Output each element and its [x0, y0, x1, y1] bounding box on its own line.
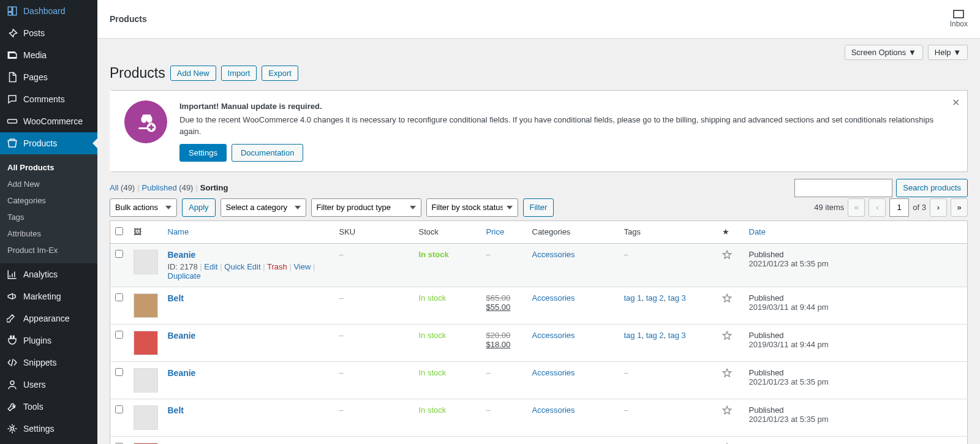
- featured-star-icon[interactable]: [722, 250, 732, 260]
- product-thumbnail[interactable]: [134, 405, 158, 430]
- duplicate-link[interactable]: Duplicate: [168, 271, 201, 280]
- row-checkbox[interactable]: [115, 331, 123, 339]
- table-row: Beanie–In stock–Accessories–Published202…: [110, 361, 968, 399]
- sidebar-item-products[interactable]: Products: [0, 132, 97, 154]
- import-button[interactable]: Import: [221, 66, 257, 81]
- apply-button[interactable]: Apply: [182, 198, 216, 217]
- sidebar-item-analytics[interactable]: Analytics: [0, 263, 97, 285]
- pages-icon: [6, 71, 18, 83]
- trash-link[interactable]: Trash: [267, 262, 287, 271]
- featured-star-icon[interactable]: [722, 331, 732, 341]
- col-price[interactable]: Price: [486, 227, 505, 236]
- row-checkbox[interactable]: [115, 368, 123, 376]
- tag-link[interactable]: tag 3: [668, 331, 686, 340]
- product-thumbnail[interactable]: [134, 368, 158, 393]
- tags-cell: –: [619, 361, 717, 399]
- product-name-link[interactable]: Belt: [168, 293, 184, 303]
- select-all-checkbox[interactable]: [115, 227, 123, 235]
- help-button[interactable]: Help ▼: [928, 45, 968, 60]
- sidebar-item-settings[interactable]: Settings: [0, 418, 97, 440]
- inbox-button[interactable]: Inbox: [950, 10, 968, 28]
- tag-link[interactable]: tag 1: [624, 293, 642, 303]
- submenu-item-categories[interactable]: Categories: [0, 192, 97, 209]
- price-cell: –: [481, 243, 527, 287]
- product-type-select[interactable]: Filter by product type: [311, 198, 421, 217]
- price-cell: –: [481, 361, 527, 399]
- product-name-link[interactable]: Beanie: [168, 331, 196, 341]
- sidebar-item-pages[interactable]: Pages: [0, 66, 97, 88]
- product-thumbnail[interactable]: [134, 250, 158, 274]
- price-cell: $20.00$18.00: [481, 436, 527, 444]
- filter-button[interactable]: Filter: [523, 198, 554, 217]
- stock-status-select[interactable]: Filter by stock status: [426, 198, 518, 217]
- media-icon: [6, 49, 18, 61]
- notice-dismiss-button[interactable]: ✕: [952, 97, 960, 108]
- submenu-item-tags[interactable]: Tags: [0, 209, 97, 225]
- submenu-item-all-products[interactable]: All Products: [0, 159, 97, 176]
- filter-published-link[interactable]: Published: [142, 183, 177, 192]
- featured-star-icon[interactable]: [722, 293, 732, 303]
- bulk-actions-select[interactable]: Bulk actions: [110, 198, 177, 217]
- tag-link[interactable]: tag 1: [624, 331, 642, 340]
- sidebar-item-comments[interactable]: Comments: [0, 88, 97, 110]
- sidebar-item-posts[interactable]: Posts: [0, 22, 97, 44]
- sku-value: –: [339, 368, 344, 377]
- pagination-prev[interactable]: ‹: [869, 198, 886, 217]
- submenu-item-attributes[interactable]: Attributes: [0, 225, 97, 242]
- sidebar-item-users[interactable]: Users: [0, 374, 97, 396]
- comment-icon: [6, 93, 18, 105]
- sidebar-item-dashboard[interactable]: Dashboard: [0, 0, 97, 22]
- tag-link[interactable]: tag 2: [646, 293, 664, 303]
- product-name-link[interactable]: Beanie: [168, 250, 196, 260]
- notice-settings-button[interactable]: Settings: [179, 144, 227, 162]
- submenu-item-add-new[interactable]: Add New: [0, 176, 97, 192]
- sidebar-item-plugins[interactable]: Plugins: [0, 329, 97, 352]
- filter-all-link[interactable]: All: [110, 183, 118, 192]
- sidebar-item-marketing[interactable]: Marketing: [0, 285, 97, 307]
- products-table: 🖼 Name SKU Stock Price Categories Tags ★…: [110, 220, 968, 445]
- notice-docs-button[interactable]: Documentation: [232, 144, 303, 162]
- category-select[interactable]: Select a category: [221, 198, 306, 217]
- search-row: Search products: [794, 179, 968, 197]
- search-input[interactable]: [794, 179, 892, 197]
- pagination-page-input[interactable]: [889, 198, 909, 217]
- category-link[interactable]: Accessories: [532, 250, 575, 259]
- col-categories: Categories: [532, 227, 571, 236]
- sidebar-item-appearance[interactable]: Appearance: [0, 307, 97, 329]
- row-checkbox[interactable]: [115, 293, 123, 301]
- pagination-next[interactable]: ›: [930, 198, 947, 217]
- pagination-first[interactable]: «: [848, 198, 865, 217]
- export-button[interactable]: Export: [262, 66, 298, 81]
- sidebar-item-media[interactable]: Media: [0, 44, 97, 66]
- product-thumbnail[interactable]: [134, 293, 158, 318]
- stock-status: In stock: [419, 368, 447, 377]
- tag-link[interactable]: tag 3: [668, 293, 686, 303]
- featured-star-icon[interactable]: [722, 405, 732, 415]
- product-name-link[interactable]: Beanie: [168, 368, 196, 378]
- view-link[interactable]: View: [293, 262, 311, 271]
- quick-edit-link[interactable]: Quick Edit: [224, 262, 260, 271]
- notice-icon: [124, 100, 167, 143]
- category-link[interactable]: Accessories: [532, 293, 575, 303]
- product-name-link[interactable]: Belt: [168, 405, 184, 415]
- screen-options-button[interactable]: Screen Options ▼: [845, 45, 923, 60]
- pagination-last[interactable]: »: [951, 198, 968, 217]
- sidebar-item-snippets[interactable]: Snippets: [0, 352, 97, 374]
- row-checkbox[interactable]: [115, 405, 123, 413]
- filter-row: Bulk actions Apply Select a category Fil…: [110, 198, 968, 217]
- category-link[interactable]: Accessories: [532, 405, 575, 415]
- row-checkbox[interactable]: [115, 250, 123, 258]
- sidebar-item-tools[interactable]: Tools: [0, 396, 97, 418]
- col-date[interactable]: Date: [749, 227, 766, 236]
- category-link[interactable]: Accessories: [532, 331, 575, 340]
- col-name[interactable]: Name: [168, 227, 189, 236]
- edit-link[interactable]: Edit: [204, 262, 217, 271]
- product-thumbnail[interactable]: [134, 331, 158, 355]
- search-button[interactable]: Search products: [896, 179, 968, 197]
- sidebar-item-woocommerce[interactable]: WooCommerce: [0, 110, 97, 132]
- tag-link[interactable]: tag 2: [646, 331, 664, 340]
- category-link[interactable]: Accessories: [532, 368, 575, 377]
- featured-star-icon[interactable]: [722, 368, 732, 378]
- add-new-button[interactable]: Add New: [170, 66, 216, 81]
- submenu-item-product-im-ex[interactable]: Product Im-Ex: [0, 242, 97, 258]
